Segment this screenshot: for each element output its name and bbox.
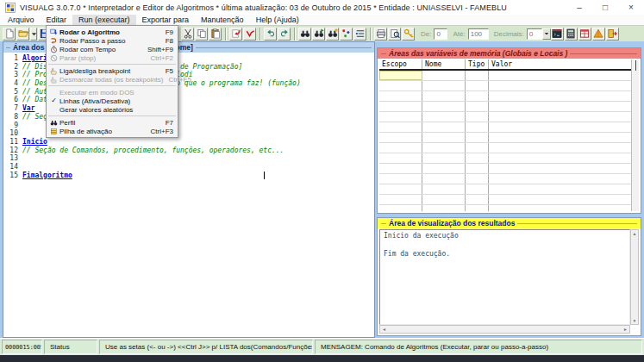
status-message: MENSAGEM: Comando de Algoritmos (Executa… (315, 340, 642, 354)
variables-row (379, 184, 631, 195)
key-button[interactable] (402, 28, 415, 41)
run-menu-item-parar-stop: Parar (stop)Ctrl+F2 (47, 53, 178, 62)
table-cell (466, 174, 489, 184)
timer-icon (48, 45, 59, 53)
run-menu-item-rodar-passo-a-passo[interactable]: Rodar Passo a passoF8 (47, 36, 178, 45)
line-number: 9 (3, 122, 22, 130)
menu-item-shortcut: F9 (166, 28, 173, 36)
decimals-select[interactable]: 0 (527, 28, 542, 40)
scroll-down-icon[interactable]: ▼ (633, 318, 637, 323)
variables-row (379, 102, 631, 112)
open-file-dropdown[interactable] (30, 28, 37, 41)
find-button[interactable] (298, 28, 311, 41)
maximize-button[interactable]: □ (592, 0, 618, 15)
run-icon (48, 28, 59, 36)
menubar-item-arquivo[interactable]: Arquivo (2, 15, 41, 25)
undo-button[interactable] (264, 28, 277, 41)
table-cell (422, 112, 466, 122)
menubar-item-help-ajuda[interactable]: Help (Ajuda) (250, 15, 305, 25)
open-folder-icon (18, 28, 28, 39)
line-number: 1 (3, 54, 22, 63)
table-cell (379, 91, 422, 101)
pyramid-button[interactable] (592, 28, 605, 41)
table-cell (379, 164, 422, 173)
print-button[interactable] (374, 28, 387, 41)
run-menu-item-rodar-o-algoritmo[interactable]: Rodar o AlgoritmoF9 (47, 28, 178, 36)
menubar-item-editar[interactable]: Editar (41, 15, 73, 25)
table-cell (489, 143, 631, 153)
print-preview-icon (390, 28, 400, 39)
variables-row (379, 122, 631, 133)
table-cell (489, 71, 631, 80)
run-menu-item-liga-desliga-breakpoint[interactable]: Liga/desliga breakpointF5 (47, 66, 178, 75)
menubar-item-manutencao[interactable]: Manutenção (195, 15, 250, 25)
run-menu-item-perfil[interactable]: PerfilF7 (47, 118, 178, 127)
markers-icon (341, 28, 352, 39)
selected-cell (379, 71, 422, 80)
copy-button[interactable] (195, 28, 208, 41)
run-menu-item-pilha-de-ativacao[interactable]: Pilha de ativaçãoCtrl+F3 (47, 127, 178, 135)
minimize-button[interactable]: – (566, 0, 592, 15)
scroll-up-icon[interactable]: ▲ (633, 231, 637, 236)
column-header-escopo: Escopo (379, 59, 422, 69)
results-panel: Área de visualização dos resultados Inic… (377, 217, 641, 336)
decimals-select-dropdown-icon[interactable] (542, 28, 551, 40)
find-replace-button[interactable] (326, 28, 339, 41)
number-grid-button[interactable] (578, 28, 591, 41)
syntax-check-icon (245, 28, 255, 39)
indent-lines-button[interactable] (353, 28, 366, 41)
run-menu-item-desmarcar-todas-os-breakpoints: Desmarcar todas (os breakpoints)Ctrl+F5 (47, 75, 178, 84)
dos-window-button[interactable] (551, 28, 564, 41)
toolbar-separator (294, 28, 296, 41)
run-menu-item-rodar-com-tempo[interactable]: Rodar com TempoShift+F9 (47, 45, 178, 53)
variables-table: EscopoNomeTipoValor (379, 59, 631, 211)
close-button[interactable]: × (618, 0, 644, 15)
run-menu-item-executar-em-modo-dos: Executar em modo DOS (47, 88, 178, 97)
menu-separator (48, 64, 176, 65)
paste-button[interactable] (209, 28, 222, 41)
results-horizontal-scrollbar[interactable]: ◄ ► (379, 325, 630, 334)
table-cell (379, 184, 422, 194)
scroll-right-icon[interactable]: ► (623, 327, 628, 332)
results-vertical-scrollbar[interactable]: ▲ ▼ (630, 229, 639, 325)
table-cell (379, 143, 422, 153)
table-cell (422, 143, 466, 153)
new-file-button[interactable] (3, 28, 16, 41)
checkmark-icon: ✓ (48, 97, 59, 105)
cut-button[interactable] (181, 28, 194, 41)
table-cell (489, 122, 631, 132)
table-cell (379, 153, 422, 163)
variables-row (379, 133, 631, 143)
menubar-item-exportar-para[interactable]: Exportar para (136, 15, 196, 25)
markers-button[interactable] (340, 28, 353, 41)
table-cell (379, 133, 422, 142)
variables-row (379, 153, 631, 164)
print-preview-button[interactable] (388, 28, 401, 41)
scroll-left-icon[interactable]: ◄ (382, 327, 386, 332)
table-cell (489, 153, 631, 163)
table-cell (422, 91, 466, 101)
table-cell (422, 184, 466, 194)
redo-button[interactable] (278, 28, 291, 41)
calculator-button[interactable] (565, 28, 578, 41)
line-number: 5 (3, 88, 22, 97)
open-file-button[interactable] (16, 28, 29, 41)
run-menu-item-gerar-valores-aleatorios[interactable]: Gerar valores aleatórios (47, 105, 178, 114)
variables-scrollbar[interactable] (631, 59, 639, 211)
breakpoint-icon (48, 66, 59, 75)
stack-icon (48, 127, 59, 135)
table-cell (489, 205, 631, 211)
code-line-13: 13 (3, 154, 374, 163)
exit-button[interactable] (606, 28, 619, 41)
variables-panel: Áreas das variáveis de memória (Globais … (377, 47, 641, 214)
find-next-button[interactable] (312, 28, 325, 41)
syntax-check-button[interactable] (243, 28, 256, 41)
run-menu-item-linhas-ativa-desativa[interactable]: ✓Linhas (Ativa/Desativa) (47, 97, 178, 105)
line-number: 12 (3, 147, 22, 155)
range-from-field[interactable]: 0 (434, 28, 447, 40)
line-number: 15 (3, 172, 22, 180)
range-to-field[interactable]: 100 (468, 28, 489, 40)
table-cell (466, 205, 489, 211)
correct-indent-button[interactable] (229, 28, 242, 41)
menubar-item-run-executar[interactable]: Run (executar) (72, 15, 136, 25)
